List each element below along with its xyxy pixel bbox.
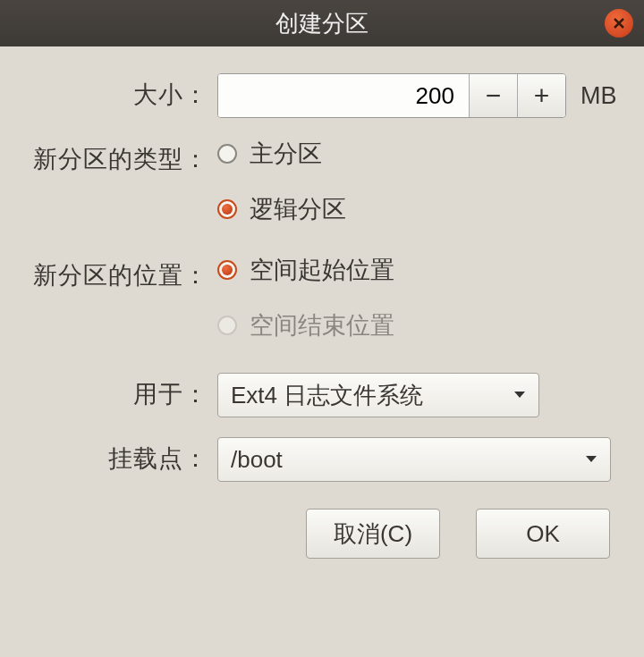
radio-icon [217,199,237,219]
usedfor-row: 用于： Ext4 日志文件系统 [16,373,628,417]
size-label: 大小： [16,73,217,111]
radio-label: 空间起始位置 [250,254,394,286]
close-icon [613,17,625,29]
radio-label: 主分区 [250,138,322,170]
location-row: 新分区的位置： 空间起始位置 空间结束位置 [16,254,628,341]
radio-icon [217,260,237,280]
size-input[interactable] [218,74,469,117]
radio-beginning[interactable]: 空间起始位置 [217,254,394,286]
button-row: 取消(C) OK [16,509,628,559]
size-row: 大小： − + MB [16,73,628,118]
mountpoint-row: 挂载点： /boot [16,437,628,482]
radio-icon [217,144,237,164]
type-label: 新分区的类型： [16,138,217,175]
decrement-button[interactable]: − [469,74,517,117]
radio-primary[interactable]: 主分区 [217,138,346,170]
radio-label: 空间结束位置 [250,309,394,341]
usedfor-combobox[interactable]: Ext4 日志文件系统 [217,373,539,417]
button-label: OK [526,520,560,548]
size-spinbox: − + [217,73,566,118]
radio-label: 逻辑分区 [250,193,346,225]
type-row: 新分区的类型： 主分区 逻辑分区 [16,138,628,225]
titlebar: 创建分区 [0,0,644,46]
mountpoint-label: 挂载点： [16,437,217,475]
button-label: 取消(C) [334,518,412,550]
ok-button[interactable]: OK [476,509,610,559]
usedfor-label: 用于： [16,373,217,410]
combobox-value: Ext4 日志文件系统 [231,380,423,411]
location-radio-group: 空间起始位置 空间结束位置 [217,254,394,341]
radio-icon [217,316,237,335]
location-label: 新分区的位置： [16,254,217,291]
chevron-down-icon [513,391,526,400]
type-radio-group: 主分区 逻辑分区 [217,138,346,225]
mountpoint-combobox[interactable]: /boot [217,437,611,482]
size-unit: MB [580,82,617,110]
window-title: 创建分区 [275,8,369,39]
radio-end: 空间结束位置 [217,309,394,341]
increment-button[interactable]: + [517,74,565,117]
radio-logical[interactable]: 逻辑分区 [217,193,346,225]
dialog-content: 大小： − + MB 新分区的类型： 主分区 逻辑分区 [0,46,644,577]
cancel-button[interactable]: 取消(C) [306,509,440,559]
combobox-value: /boot [231,446,283,474]
chevron-down-icon [585,455,597,464]
close-button[interactable] [605,9,633,38]
